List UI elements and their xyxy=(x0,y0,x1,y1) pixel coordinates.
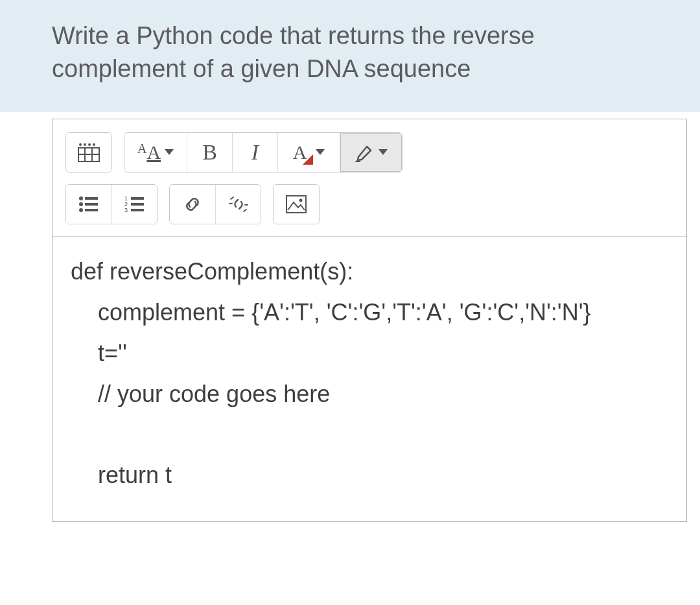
svg-point-26 xyxy=(299,198,303,202)
svg-line-21 xyxy=(231,197,233,199)
svg-point-5 xyxy=(84,143,86,146)
ordered-list-icon: 1 2 3 xyxy=(124,195,145,213)
question-prompt: Write a Python code that returns the rev… xyxy=(0,0,700,112)
highlight-button[interactable] xyxy=(340,133,402,172)
table-group xyxy=(65,132,112,172)
svg-rect-16 xyxy=(131,197,144,200)
font-format-group: AA B I A xyxy=(124,132,402,172)
insert-image-button[interactable] xyxy=(274,185,319,224)
code-line-3: t='' xyxy=(71,333,668,374)
svg-rect-10 xyxy=(85,197,98,200)
question-line-1: Write a Python code that returns the rev… xyxy=(52,22,535,49)
editor-toolbar: AA B I A xyxy=(52,119,686,237)
svg-rect-20 xyxy=(131,209,144,211)
highlight-icon xyxy=(355,143,375,162)
chevron-down-icon xyxy=(379,149,388,155)
svg-line-23 xyxy=(244,209,246,211)
toolbar-row-1: AA B I A xyxy=(65,132,673,172)
svg-rect-25 xyxy=(286,196,306,213)
link-group xyxy=(169,184,261,224)
table-icon xyxy=(78,143,100,162)
svg-point-7 xyxy=(93,143,95,146)
svg-point-6 xyxy=(88,143,91,146)
code-line-1: def reverseComplement(s): xyxy=(71,258,353,285)
bold-button[interactable]: B xyxy=(187,133,232,172)
list-group: 1 2 3 xyxy=(65,184,158,224)
editor-container: AA B I A xyxy=(0,112,700,528)
italic-button[interactable]: I xyxy=(232,133,277,172)
font-size-button[interactable]: AA xyxy=(124,133,187,172)
svg-rect-14 xyxy=(85,209,98,211)
code-line-4: // your code goes here xyxy=(71,374,668,414)
svg-rect-18 xyxy=(131,203,144,206)
toolbar-row-2: 1 2 3 xyxy=(65,184,673,224)
unordered-list-button[interactable] xyxy=(66,185,111,224)
rich-text-editor: AA B I A xyxy=(52,119,687,522)
svg-text:3: 3 xyxy=(124,207,128,213)
image-group xyxy=(273,184,320,224)
text-color-button[interactable]: A xyxy=(277,133,340,172)
font-size-icon: AA xyxy=(137,141,161,163)
svg-point-13 xyxy=(79,208,83,212)
question-line-2: complement of a given DNA sequence xyxy=(52,55,471,82)
svg-point-4 xyxy=(79,143,82,146)
chevron-down-icon xyxy=(165,149,174,155)
text-color-icon: A xyxy=(293,141,307,163)
bold-label: B xyxy=(202,140,217,165)
svg-rect-12 xyxy=(85,203,98,206)
code-line-5: return t xyxy=(71,455,668,495)
svg-point-9 xyxy=(79,196,83,200)
page-root: Write a Python code that returns the rev… xyxy=(0,0,700,605)
link-button[interactable] xyxy=(170,185,215,224)
ordered-list-button[interactable]: 1 2 3 xyxy=(111,185,157,224)
unlink-button[interactable] xyxy=(215,185,261,224)
blank-line xyxy=(71,414,668,455)
chevron-down-icon xyxy=(316,149,325,155)
svg-point-11 xyxy=(79,202,83,206)
link-icon xyxy=(181,193,204,215)
table-button[interactable] xyxy=(66,133,111,172)
unlink-icon xyxy=(227,193,250,216)
italic-label: I xyxy=(251,140,259,165)
code-line-2: complement = {'A':'T', 'C':'G','T':'A', … xyxy=(71,292,668,333)
image-icon xyxy=(285,195,307,214)
unordered-list-icon xyxy=(78,195,99,213)
editor-content[interactable]: def reverseComplement(s): complement = {… xyxy=(52,237,686,521)
svg-marker-8 xyxy=(303,154,313,165)
